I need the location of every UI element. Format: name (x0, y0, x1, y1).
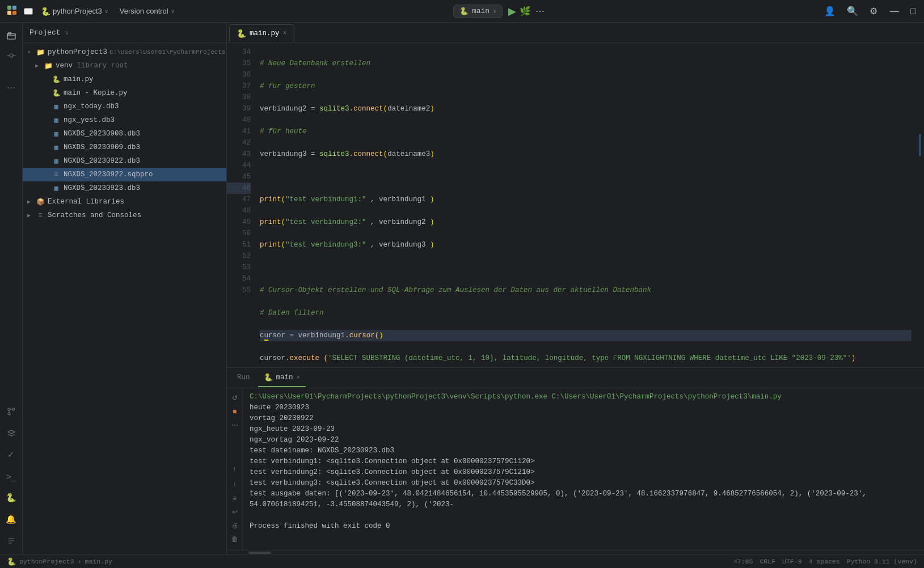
svg-rect-1 (12, 6, 16, 10)
bottom-tab-main[interactable]: 🐍 main × (258, 369, 306, 387)
status-encoding[interactable]: UTF-8 (782, 558, 802, 565)
bottom-left-toolbar: ↺ ■ ⋯ ↑ ↓ ≡ ↩ 🖨 🗑 (227, 388, 243, 550)
rerun-button[interactable]: ↺ (229, 392, 241, 404)
status-project-breadcrumb[interactable]: pythonProject3 (19, 558, 74, 565)
status-line-ending[interactable]: CRLF (760, 558, 775, 565)
vcs-button[interactable]: Version control ∨ (116, 5, 178, 18)
status-cursor-pos[interactable]: 47:85 (733, 558, 753, 565)
sidebar-bottom-icon[interactable] (2, 532, 20, 550)
tree-item-venv[interactable]: ▶ 📁 venv library root (23, 59, 226, 73)
tree-item-scratches[interactable]: ▶ ≡ Scratches and Consoles (23, 209, 226, 222)
svg-rect-0 (7, 6, 11, 10)
ngx-yest-icon: ▦ (51, 116, 61, 125)
code-content[interactable]: # Neue Datenbank erstellen # für gestern… (255, 43, 916, 367)
status-bar: 🐍 pythonProject3 › main.py 47:85 CRLF UT… (0, 554, 924, 568)
sidebar-commit-icon[interactable] (2, 46, 20, 65)
terminal-line-5: test dateiname: NGXDS_20230923.db3 (250, 446, 917, 456)
tree-root-project[interactable]: ▾ 📁 pythonProject3 C:\Users\User01\Pycha… (23, 45, 226, 59)
code-editor[interactable]: 34 35 36 37 38 39 40 41 42 43 44 45 46 4… (227, 43, 924, 367)
title-bar-left: 🐍 pythonProject3 ∨ Version control ∨ (5, 3, 178, 20)
terminal-line-finish: Process finished with exit code 0 (250, 521, 917, 532)
svg-point-9 (8, 408, 10, 410)
sidebar-more-icon[interactable]: ⋯ (2, 78, 20, 96)
line-numbers: 34 35 36 37 38 39 40 41 42 43 44 45 46 4… (227, 43, 255, 367)
terminal-line-2: vortag 20230922 (250, 413, 917, 424)
soft-wrap-btn[interactable]: ↩ (229, 506, 241, 518)
sidebar-notification-icon[interactable]: 🔔 (2, 510, 20, 528)
filter-btn[interactable]: ≡ (229, 492, 241, 505)
scroll-up-btn[interactable]: ↑ (229, 463, 241, 475)
status-python-version[interactable]: Python 3.11 (venv) (847, 558, 917, 565)
main-content: ⋯ ✓ >_ 🐍 🔔 Project (0, 23, 924, 554)
settings-button[interactable]: ⚙ (867, 3, 880, 19)
svg-rect-2 (7, 11, 11, 15)
editor-gutter-right (916, 43, 924, 367)
venv-label: venv (56, 62, 73, 70)
tree-item-ngxds-923[interactable]: ▦ NGXDS_20230923.db3 (23, 181, 226, 195)
terminal-line-7: test verbindung2: <sqlite3.Connection ob… (250, 467, 917, 478)
terminal-scrollbar[interactable] (227, 550, 924, 554)
tab-close-main-py[interactable]: × (283, 29, 287, 37)
bottom-tab-run[interactable]: Run (231, 369, 256, 387)
scroll-down-btn[interactable]: ↓ (229, 477, 241, 490)
hamburger-menu[interactable] (24, 8, 33, 15)
minimize-button[interactable]: — (887, 4, 902, 19)
code-line-40: print("test verbindung1:" , verbindung1 … (260, 194, 912, 205)
terminal-line-blank (250, 510, 917, 521)
tree-item-ngxds-909[interactable]: ▦ NGXDS_20230909.db3 (23, 141, 226, 154)
sidebar-python-icon[interactable]: 🐍 (2, 489, 20, 507)
more-run-options[interactable]: ⋯ (533, 3, 547, 19)
svg-rect-3 (12, 11, 16, 15)
app-icon-button[interactable] (5, 3, 19, 20)
editor-tabs: 🐍 main.py × (227, 23, 924, 43)
root-label: pythonProject3 (48, 48, 107, 56)
venv-hint: library root (73, 62, 128, 70)
sidebar-git-icon[interactable] (2, 402, 20, 421)
status-python-icon: 🐍 (7, 557, 16, 566)
run-config-label: main (472, 7, 490, 15)
sidebar-terminal-icon[interactable]: >_ (2, 467, 20, 485)
editor-tab-main-py[interactable]: 🐍 main.py × (229, 24, 294, 43)
tree-item-ngxds-908[interactable]: ▦ NGXDS_20230908.db3 (23, 127, 226, 141)
ngxds-922-label: NGXDS_20230922.db3 (64, 157, 140, 165)
ngxds-909-icon: ▦ (51, 143, 61, 152)
more-button[interactable]: ⋯ (229, 419, 241, 431)
run-config-selector[interactable]: 🐍 main ∨ (453, 5, 503, 18)
code-line-39 (260, 171, 912, 183)
clear-btn[interactable]: 🗑 (229, 533, 241, 545)
tree-item-main-kopie[interactable]: 🐍 main - Kopie.py (23, 86, 226, 100)
sidebar-todo-icon[interactable]: ✓ (2, 446, 20, 464)
scratches-icon: ≡ (35, 211, 45, 220)
status-bar-left: 🐍 pythonProject3 › main.py (7, 557, 112, 566)
tree-item-ngxds-922[interactable]: ▦ NGXDS_20230922.db3 (23, 154, 226, 168)
svg-point-6 (10, 54, 13, 57)
sidebar-spacer1 (2, 66, 20, 77)
project-panel-title: Project (29, 28, 61, 37)
maximize-button[interactable]: □ (907, 4, 919, 19)
tree-item-ngx-today[interactable]: ▦ ngx_today.db3 (23, 100, 226, 113)
ngx-today-label: ngx_today.db3 (64, 103, 119, 111)
project-panel-header: Project ∨ (23, 23, 226, 43)
code-line-44: # Cursor-Objekt erstellen und SQL-Abfrag… (260, 285, 912, 296)
status-file-breadcrumb[interactable]: main.py (85, 558, 112, 565)
coverage-button[interactable]: 🌿 (517, 3, 533, 19)
run-button[interactable]: ▶ (507, 4, 517, 19)
search-button[interactable]: 🔍 (845, 3, 860, 19)
bottom-tab-main-label: main (276, 374, 293, 382)
terminal-line-8: test verbindung3: <sqlite3.Connection ob… (250, 478, 917, 489)
project-name-button[interactable]: 🐍 pythonProject3 ∨ (37, 5, 112, 18)
stop-button[interactable]: ■ (229, 405, 241, 418)
status-indent[interactable]: 4 spaces (809, 558, 840, 565)
tree-item-ngxds-922-sqb[interactable]: ≡ NGXDS_20230922.sqbpro (23, 168, 226, 181)
tree-item-main-py[interactable]: 🐍 main.py (23, 73, 226, 86)
tree-item-ngx-yest[interactable]: ▦ ngx_yest.db3 (23, 113, 226, 127)
sidebar-project-icon[interactable] (2, 27, 20, 45)
tree-item-external-libs[interactable]: ▶ 📦 External Libraries (23, 195, 226, 209)
sidebar-layers-icon[interactable] (2, 424, 20, 442)
project-tree: ▾ 📁 pythonProject3 C:\Users\User01\Pycha… (23, 43, 226, 554)
bottom-tab-main-close[interactable]: × (297, 374, 301, 381)
print-btn[interactable]: 🖨 (229, 519, 241, 532)
terminal-scrollbar-thumb[interactable] (248, 552, 271, 554)
account-button[interactable]: 👤 (822, 3, 838, 19)
tab-main-py-label: main.py (250, 29, 280, 37)
